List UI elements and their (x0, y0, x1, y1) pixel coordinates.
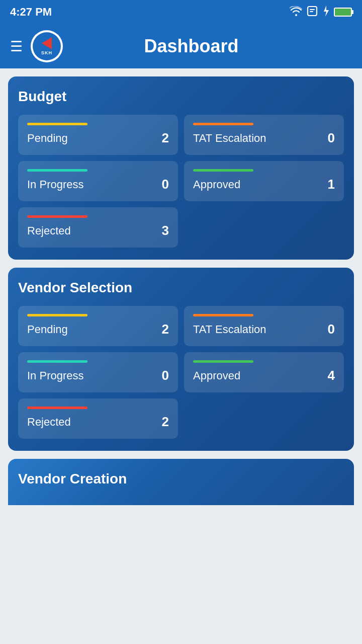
budget-inprogress-row: In Progress 0 (27, 177, 169, 192)
budget-rejected-label: Rejected (27, 224, 71, 237)
budget-approved-value: 1 (328, 177, 335, 192)
vendor-approved-accent (193, 360, 253, 363)
budget-approved-label: Approved (193, 178, 240, 191)
vendor-approved-label: Approved (193, 369, 240, 382)
vendor-rejected-value: 2 (162, 414, 169, 430)
vendor-tat-label: TAT Escalation (193, 323, 266, 336)
budget-tat-accent (193, 123, 253, 125)
app-header: ☰ SKH Dashboard (0, 24, 362, 68)
vendor-pending-accent (27, 314, 87, 316)
status-icons (290, 6, 352, 19)
vendor-pending-value: 2 (162, 321, 169, 337)
status-time: 4:27 PM (10, 6, 52, 19)
budget-tat-value: 0 (328, 130, 335, 146)
budget-inprogress-value: 0 (162, 177, 169, 192)
vendor-inprogress-row: In Progress 0 (27, 368, 169, 383)
budget-inprogress-label: In Progress (27, 178, 84, 191)
budget-rejected-value: 3 (162, 223, 169, 238)
budget-section-title: Budget (18, 89, 344, 105)
charge-icon (322, 6, 330, 19)
budget-pending-accent (27, 123, 87, 125)
vendor-approved-value: 4 (328, 368, 335, 383)
budget-approved-row: Approved 1 (193, 177, 335, 192)
vendor-approved-tile[interactable]: Approved 4 (184, 352, 344, 392)
vendor-creation-section: Vendor Creation (8, 459, 354, 505)
vendor-selection-section: Vendor Selection Pending 2 TAT Escalatio… (8, 268, 354, 451)
budget-pending-value: 2 (162, 130, 169, 146)
budget-inprogress-tile[interactable]: In Progress 0 (18, 161, 178, 201)
vendor-selection-title: Vendor Selection (18, 280, 344, 296)
budget-rejected-accent (27, 215, 87, 218)
vendor-rejected-row: Rejected 2 (27, 414, 169, 430)
vendor-tat-row: TAT Escalation 0 (193, 321, 335, 337)
vendor-rejected-tile[interactable]: Rejected 2 (18, 398, 178, 439)
battery-icon (334, 8, 352, 17)
main-content: Budget Pending 2 TAT Escalation 0 (0, 68, 362, 513)
status-bar: 4:27 PM (0, 0, 362, 24)
app-logo: SKH (31, 30, 63, 62)
budget-stat-grid: Pending 2 TAT Escalation 0 In Progress 0 (18, 115, 344, 248)
budget-pending-row: Pending 2 (27, 130, 169, 146)
budget-approved-accent (193, 169, 253, 172)
vendor-rejected-accent (27, 407, 87, 409)
vendor-tat-value: 0 (328, 321, 335, 337)
budget-inprogress-accent (27, 169, 87, 172)
budget-tat-tile[interactable]: TAT Escalation 0 (184, 115, 344, 155)
wifi-icon (290, 6, 303, 19)
vendor-pending-label: Pending (27, 323, 68, 336)
vendor-inprogress-accent (27, 360, 87, 363)
budget-approved-tile[interactable]: Approved 1 (184, 161, 344, 201)
budget-tat-row: TAT Escalation 0 (193, 130, 335, 146)
vendor-pending-tile[interactable]: Pending 2 (18, 306, 178, 346)
vendor-selection-stat-grid: Pending 2 TAT Escalation 0 In Progress 0 (18, 306, 344, 439)
page-title: Dashboard (71, 36, 312, 57)
vendor-inprogress-tile[interactable]: In Progress 0 (18, 352, 178, 392)
vendor-inprogress-value: 0 (162, 368, 169, 383)
vendor-rejected-label: Rejected (27, 416, 71, 429)
vendor-tat-tile[interactable]: TAT Escalation 0 (184, 306, 344, 346)
budget-section: Budget Pending 2 TAT Escalation 0 (8, 76, 354, 260)
budget-pending-tile[interactable]: Pending 2 (18, 115, 178, 155)
budget-pending-label: Pending (27, 132, 68, 145)
vendor-approved-row: Approved 4 (193, 368, 335, 383)
vendor-tat-accent (193, 314, 253, 316)
vendor-inprogress-label: In Progress (27, 369, 84, 382)
logo-text: SKH (41, 50, 52, 55)
budget-rejected-row: Rejected 3 (27, 223, 169, 238)
sim-icon (307, 6, 318, 19)
vendor-creation-title: Vendor Creation (18, 471, 344, 487)
budget-tat-label: TAT Escalation (193, 132, 266, 145)
budget-rejected-tile[interactable]: Rejected 3 (18, 207, 178, 248)
menu-icon[interactable]: ☰ (10, 38, 23, 55)
vendor-pending-row: Pending 2 (27, 321, 169, 337)
